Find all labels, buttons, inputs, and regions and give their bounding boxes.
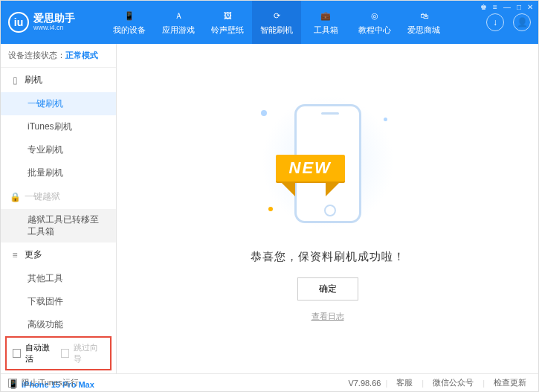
main-content: NEW 恭喜您，保资料刷机成功啦！ 确定 查看日志 xyxy=(117,44,538,373)
nav-flash[interactable]: ⟳智能刷机 xyxy=(252,1,301,44)
skip-guide-checkbox[interactable] xyxy=(61,349,69,358)
nav-apps[interactable]: Ａ应用游戏 xyxy=(154,1,203,44)
apps-icon: Ａ xyxy=(171,9,186,22)
logo-title: 爱思助手 xyxy=(33,13,75,24)
success-illustration: NEW xyxy=(254,95,402,237)
phone-icon: ▯ xyxy=(10,75,20,86)
support-link[interactable]: 客服 xyxy=(392,377,417,388)
checkbox-area: 自动激活 跳过向导 xyxy=(5,336,112,370)
header-actions: ↓ 👤 xyxy=(486,13,531,31)
user-button[interactable]: 👤 xyxy=(513,13,531,31)
more-icon: ≡ xyxy=(10,250,20,260)
flash-icon: ⟳ xyxy=(269,9,284,22)
logo-url: www.i4.cn xyxy=(33,25,75,32)
nav-toolbox[interactable]: 💼工具箱 xyxy=(301,1,350,44)
sidebar-item-onekey-flash[interactable]: 一键刷机 xyxy=(0,92,116,115)
auto-activate-label: 自动激活 xyxy=(25,342,56,364)
menu-icon[interactable]: ≡ xyxy=(493,3,497,11)
connection-status: 设备连接状态：正常模式 xyxy=(1,44,116,68)
sidebar-item-download-fw[interactable]: 下载固件 xyxy=(1,290,116,313)
window-controls: ♚ ≡ — □ ✕ xyxy=(480,3,533,11)
skip-guide-label: 跳过向导 xyxy=(74,342,104,364)
sidebar-item-other-tools[interactable]: 其他工具 xyxy=(1,267,116,290)
block-itunes-label: 阻止iTunes运行 xyxy=(22,377,79,388)
gift-icon[interactable]: ♚ xyxy=(480,3,487,11)
version-label: V7.98.66 xyxy=(348,379,381,388)
sidebar-item-itunes-flash[interactable]: iTunes刷机 xyxy=(1,115,116,138)
book-icon: ◎ xyxy=(367,9,382,22)
store-icon: 🛍 xyxy=(416,9,431,22)
block-itunes-checkbox[interactable] xyxy=(8,379,17,388)
nav-tutorials[interactable]: ◎教程中心 xyxy=(350,1,399,44)
device-icon: 📱 xyxy=(122,9,137,22)
ok-button[interactable]: 确定 xyxy=(297,277,358,301)
app-header: ♚ ≡ — □ ✕ iu 爱思助手 www.i4.cn 📱我的设备 Ａ应用游戏 … xyxy=(1,1,538,44)
logo[interactable]: iu 爱思助手 www.i4.cn xyxy=(8,12,105,33)
nav-store[interactable]: 🛍爱思商城 xyxy=(399,1,448,44)
sidebar-item-pro-flash[interactable]: 专业刷机 xyxy=(1,138,116,161)
wechat-link[interactable]: 微信公众号 xyxy=(428,377,478,388)
sidebar-flash-head[interactable]: ▯刷机 xyxy=(1,68,116,92)
maximize-icon[interactable]: □ xyxy=(517,3,521,11)
view-log-link[interactable]: 查看日志 xyxy=(312,311,344,322)
sidebar-more-head[interactable]: ≡更多 xyxy=(1,242,116,267)
image-icon: 🖼 xyxy=(220,9,235,22)
logo-icon: iu xyxy=(8,12,29,33)
sidebar-jailbreak-head: 🔒一键越狱 xyxy=(1,184,116,209)
sidebar-item-advanced[interactable]: 高级功能 xyxy=(1,313,116,336)
check-update-link[interactable]: 检查更新 xyxy=(489,377,531,388)
nav-my-device[interactable]: 📱我的设备 xyxy=(105,1,154,44)
main-nav: 📱我的设备 Ａ应用游戏 🖼铃声壁纸 ⟳智能刷机 💼工具箱 ◎教程中心 🛍爱思商城 xyxy=(105,1,486,44)
sidebar: 设备连接状态：正常模式 ▯刷机 一键刷机 iTunes刷机 专业刷机 批量刷机 … xyxy=(1,44,117,373)
sidebar-item-jailbreak-note[interactable]: 越狱工具已转移至工具箱 xyxy=(1,209,116,242)
toolbox-icon: 💼 xyxy=(318,9,333,22)
sidebar-item-batch-flash[interactable]: 批量刷机 xyxy=(1,161,116,184)
success-message: 恭喜您，保资料刷机成功啦！ xyxy=(251,250,405,264)
download-button[interactable]: ↓ xyxy=(486,13,504,31)
lock-icon: 🔒 xyxy=(10,192,20,202)
minimize-icon[interactable]: — xyxy=(503,3,511,11)
nav-ringtones[interactable]: 🖼铃声壁纸 xyxy=(203,1,252,44)
close-icon[interactable]: ✕ xyxy=(527,3,533,11)
new-ribbon: NEW xyxy=(276,155,345,181)
auto-activate-checkbox[interactable] xyxy=(13,349,21,358)
